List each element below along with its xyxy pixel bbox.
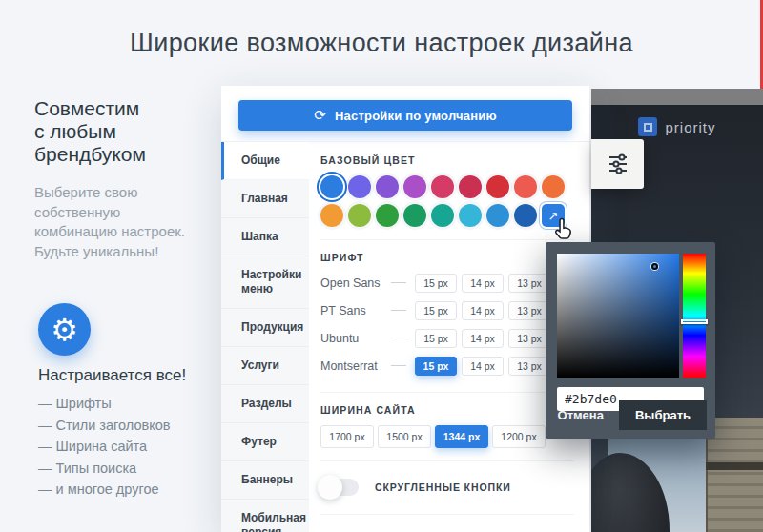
sliders-icon xyxy=(605,151,631,177)
rounded-buttons-row: СКРУГЛЕННЫЕ КНОПКИ xyxy=(320,473,574,501)
tab-products[interactable]: Продукция xyxy=(221,309,309,347)
saturation-value-field[interactable] xyxy=(557,254,679,378)
features-heading: Настраивается все! xyxy=(38,366,229,385)
features-list: — Шрифты — Стили заголовков — Ширина сай… xyxy=(38,393,170,501)
toggle-knob[interactable] xyxy=(318,475,342,500)
font-row-pt-sans: PT Sans 15 px 14 px 13 px xyxy=(320,297,574,324)
color-picker-arrow-icon: ↗ xyxy=(548,209,559,223)
color-swatch[interactable] xyxy=(459,175,482,198)
divider xyxy=(320,460,574,461)
font-name: Ubuntu xyxy=(320,332,391,345)
picker-cancel-button[interactable]: Отмена xyxy=(546,401,615,429)
feature-item: — Стили заголовков xyxy=(38,415,170,437)
hue-slider[interactable] xyxy=(683,254,706,378)
tab-sections[interactable]: Разделы xyxy=(221,385,309,423)
color-swatch[interactable] xyxy=(376,175,399,198)
font-size-button[interactable]: 13 px xyxy=(508,357,550,376)
reset-defaults-button[interactable]: ⟳ Настройки по умолчанию xyxy=(238,100,572,131)
width-option-1200[interactable]: 1200 px xyxy=(492,425,546,448)
color-swatch[interactable] xyxy=(486,204,509,227)
font-size-button[interactable]: 14 px xyxy=(462,329,504,348)
settings-panel: ⟳ Настройки по умолчанию Общие Главная Ш… xyxy=(221,86,589,532)
font-size-button[interactable]: 15 px xyxy=(415,329,457,348)
site-logo: priority xyxy=(591,117,763,136)
color-swatch[interactable] xyxy=(431,204,454,227)
tab-footer[interactable]: Футер xyxy=(221,423,309,461)
font-size-button[interactable]: 15 px xyxy=(415,274,457,293)
sv-marker[interactable] xyxy=(651,263,658,270)
feature-item: — Ширина сайта xyxy=(38,436,170,458)
feature-item: — Типы поиска xyxy=(38,458,170,480)
dash xyxy=(391,338,406,338)
custom-color-button[interactable]: ↗ xyxy=(542,204,565,227)
color-swatch[interactable] xyxy=(486,175,509,198)
site-width-label: ШИРИНА САЙТА xyxy=(320,404,574,416)
dash xyxy=(391,365,406,366)
color-swatch[interactable] xyxy=(514,175,537,198)
color-swatch[interactable] xyxy=(459,204,482,227)
color-swatch[interactable] xyxy=(348,204,371,227)
font-name: PT Sans xyxy=(320,304,391,317)
font-size-button[interactable]: 13 px xyxy=(508,301,550,320)
color-swatches: ↗ xyxy=(320,175,574,227)
font-size-button[interactable]: 13 px xyxy=(508,274,550,293)
color-swatch[interactable] xyxy=(542,175,565,198)
gear-icon: ⚙ xyxy=(38,303,91,356)
site-logo-icon xyxy=(638,117,657,136)
page: Широкие возможности настроек дизайна Сов… xyxy=(0,0,763,532)
width-option-1500[interactable]: 1500 px xyxy=(378,425,431,448)
site-width-options: 1700 px 1500 px 1344 px 1200 px xyxy=(320,425,574,448)
picker-choose-button[interactable]: Выбрать xyxy=(619,400,707,430)
font-name: Montserrat xyxy=(320,359,391,373)
font-size-button[interactable]: 14 px xyxy=(462,357,504,376)
tab-services[interactable]: Услуги xyxy=(221,347,309,385)
divider xyxy=(320,392,574,393)
picker-actions: Отмена Выбрать xyxy=(546,400,707,430)
tab-banners[interactable]: Баннеры xyxy=(221,461,309,500)
feature-item: — и многое другое xyxy=(38,479,170,501)
color-swatch[interactable] xyxy=(320,175,343,198)
tab-menu-settings[interactable]: Настройки меню xyxy=(221,256,309,309)
color-swatch[interactable] xyxy=(320,204,343,227)
intro-heading: Совместим с любым брендбуком xyxy=(34,97,216,166)
width-option-1700[interactable]: 1700 px xyxy=(320,425,374,448)
tab-header[interactable]: Шапка xyxy=(221,218,309,256)
page-title: Широкие возможности настроек дизайна xyxy=(0,29,763,58)
color-swatch[interactable] xyxy=(431,175,454,198)
color-swatch[interactable] xyxy=(348,175,371,198)
tab-general[interactable]: Общие xyxy=(221,142,309,180)
font-size-button[interactable]: 14 px xyxy=(462,274,504,293)
color-swatch[interactable] xyxy=(403,175,426,198)
hue-slider-handle[interactable] xyxy=(681,319,708,324)
color-swatch[interactable] xyxy=(403,204,426,227)
font-label: ШРИФТ xyxy=(320,252,574,263)
photo-shelf-band xyxy=(706,462,763,470)
font-name: Open Sans xyxy=(320,276,391,290)
font-row-ubuntu: Ubuntu 15 px 14 px 13 px xyxy=(320,324,574,352)
swatch-row-1 xyxy=(320,175,574,198)
divider xyxy=(320,514,574,515)
divider xyxy=(320,239,574,240)
font-size-button[interactable]: 15 px xyxy=(415,301,457,320)
panel-body: Общие Главная Шапка Настройки меню Проду… xyxy=(221,141,589,532)
refresh-icon: ⟳ xyxy=(314,107,326,124)
intro-column: Совместим с любым брендбуком Выберите св… xyxy=(34,97,216,261)
font-size-button[interactable]: 14 px xyxy=(462,301,504,320)
color-swatch[interactable] xyxy=(514,204,537,227)
font-size-button[interactable]: 13 px xyxy=(508,329,550,348)
tab-home[interactable]: Главная xyxy=(221,180,309,218)
rounded-buttons-toggle[interactable] xyxy=(320,479,359,496)
reset-defaults-label: Настройки по умолчанию xyxy=(335,109,497,123)
font-size-button-selected[interactable]: 15 px xyxy=(415,357,457,376)
color-picker-popup: Отмена Выбрать xyxy=(546,242,715,439)
intro-paragraph: Выберите свою собственную комбинацию нас… xyxy=(34,183,216,261)
dash xyxy=(391,282,406,283)
font-row-montserrat: Montserrat 15 px 14 px 13 px xyxy=(320,352,574,379)
dash xyxy=(391,310,406,311)
gear-glyph: ⚙ xyxy=(51,315,78,345)
swatch-row-2: ↗ xyxy=(320,204,574,227)
open-settings-filter-button[interactable] xyxy=(591,139,644,189)
tab-mobile-version[interactable]: Мобильная версия xyxy=(221,500,309,532)
color-swatch[interactable] xyxy=(376,204,399,227)
width-option-1344-selected[interactable]: 1344 px xyxy=(435,425,488,448)
